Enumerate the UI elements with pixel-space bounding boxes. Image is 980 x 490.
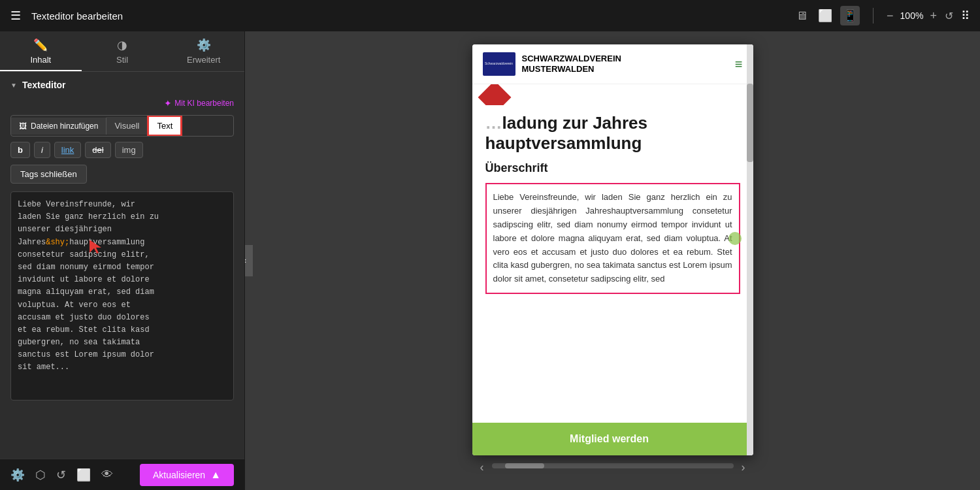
zoom-in-button[interactable]: +	[930, 9, 937, 23]
preview-nav-left[interactable]: ‹	[475, 458, 489, 477]
preview-scrollbar[interactable]	[747, 44, 753, 455]
preview-nav: ‹ ›	[472, 458, 753, 477]
site-logo-badge: Schwarzwaldverein	[483, 52, 515, 76]
site-content: …ladung zur Jahres­hauptversammlung Über…	[472, 105, 753, 307]
tab-bar: ✏️ Inhalt ◑ Stil ⚙️ Erweitert	[0, 31, 244, 72]
editor-toolbar: 🖼 Dateien hinzufügen Visuell Text	[10, 115, 234, 137]
right-preview: ‹ Schwarzwaldverein SCHWARZWALDVEREIN MU…	[245, 31, 980, 490]
update-button[interactable]: Aktualisieren ▲	[140, 464, 234, 486]
files-button[interactable]: 🖼 Dateien hinzufügen	[11, 118, 106, 135]
diamond-shape	[478, 84, 511, 105]
chevron-up-icon: ▲	[210, 469, 221, 481]
mobile-icon[interactable]: 📱	[840, 6, 860, 25]
tags-close-button[interactable]: Tags schließen	[10, 165, 87, 184]
files-icon: 🖼	[19, 122, 27, 131]
separator	[873, 8, 874, 24]
format-buttons: b i link del img	[10, 142, 234, 158]
tab-erweitert[interactable]: ⚙️ Erweitert	[163, 31, 244, 71]
responsive-icon[interactable]: ⬜	[76, 468, 91, 482]
site-main-heading: …ladung zur Jahres­hauptversammlung	[485, 113, 740, 154]
cta-button[interactable]: Mitglied werden	[472, 423, 747, 455]
zoom-controls: − 100% +	[887, 9, 937, 23]
site-body-text: Liebe Vereinsfreunde, wir laden Sie ganz…	[493, 192, 732, 284]
site-title: SCHWARZWALDVEREIN MUSTERWALDEN	[522, 54, 621, 74]
hamburger-icon[interactable]: ☰	[10, 8, 21, 23]
green-dot-indicator	[728, 232, 742, 245]
topbar-title: Texteditor bearbeiten	[31, 10, 123, 22]
zoom-value: 100%	[898, 10, 924, 21]
site-name-line2: MUSTERWALDEN	[522, 64, 621, 74]
preview-nav-scrollbar[interactable]	[492, 463, 734, 468]
settings-icon[interactable]: ⚙️	[10, 468, 25, 482]
del-button[interactable]: del	[85, 142, 110, 158]
eye-icon[interactable]: 👁	[101, 468, 113, 482]
site-subheading: Überschrift	[485, 161, 740, 175]
main: ✏️ Inhalt ◑ Stil ⚙️ Erweitert ▼ Textedit…	[0, 31, 980, 490]
site-header: Schwarzwaldverein SCHWARZWALDVEREIN MUST…	[472, 44, 753, 84]
files-label: Dateien hinzufügen	[31, 122, 98, 131]
zoom-out-button[interactable]: −	[887, 9, 894, 23]
gear-icon: ⚙️	[197, 38, 211, 52]
site-menu-icon[interactable]: ≡	[735, 57, 743, 72]
preview-nav-scrollbar-thumb	[505, 463, 544, 468]
tab-inhalt[interactable]: ✏️ Inhalt	[0, 31, 82, 71]
style-icon: ◑	[117, 38, 127, 52]
diamond-row	[472, 84, 753, 105]
tab-stil-label: Stil	[116, 55, 128, 65]
preview-scrollbar-thumb	[747, 84, 753, 162]
tags-close-label: Tags schließen	[20, 169, 77, 179]
logo-text: Schwarzwaldverein	[485, 62, 513, 66]
editor-text: Liebe Vereinsfreunde, wir laden Sie ganz…	[18, 199, 227, 374]
tab-erweitert-label: Erweitert	[187, 55, 220, 65]
section-header: ▼ Texteditor	[10, 80, 234, 90]
desktop-icon[interactable]: 🖥	[793, 7, 810, 25]
bold-button[interactable]: b	[10, 142, 30, 158]
preview-container: Schwarzwaldverein SCHWARZWALDVEREIN MUST…	[472, 44, 753, 455]
cta-label: Mitglied werden	[570, 433, 649, 444]
link-button[interactable]: link	[54, 142, 82, 158]
preview-nav-right[interactable]: ›	[736, 458, 751, 477]
text-editor-area[interactable]: Liebe Vereinsfreunde, wir laden Sie ganz…	[10, 191, 234, 400]
text-label: Text	[157, 121, 172, 131]
edit-icon: ✏️	[33, 38, 48, 52]
ai-edit-label: Mit KI bearbeiten	[174, 99, 234, 108]
layers-icon[interactable]: ⬡	[35, 468, 46, 482]
site-logo-area: Schwarzwaldverein SCHWARZWALDVEREIN MUST…	[483, 52, 621, 76]
history-icon[interactable]: ↺	[56, 468, 66, 482]
section-title: Texteditor	[22, 80, 66, 90]
tab-stil[interactable]: ◑ Stil	[82, 31, 163, 71]
section-arrow-icon[interactable]: ▼	[10, 82, 17, 89]
visual-label: Visuell	[114, 121, 139, 131]
tablet-icon[interactable]: ⬜	[815, 6, 835, 25]
grid-icon[interactable]: ⠿	[961, 8, 970, 23]
ai-star-icon: ✦	[164, 98, 172, 108]
topbar-right: 🖥 ⬜ 📱 − 100% + ↺ ⠿	[793, 6, 970, 25]
bottom-bar: ⚙️ ⬡ ↺ ⬜ 👁 Aktualisieren ▲	[0, 459, 244, 490]
topbar-left: ☰ Texteditor bearbeiten	[10, 8, 793, 23]
left-panel: ✏️ Inhalt ◑ Stil ⚙️ Erweitert ▼ Textedit…	[0, 31, 245, 490]
site-name-line1: SCHWARZWALDVEREIN	[522, 54, 621, 64]
device-icons: 🖥 ⬜ 📱	[793, 6, 860, 25]
visual-button[interactable]: Visuell	[106, 117, 148, 135]
img-button[interactable]: img	[115, 142, 143, 158]
italic-button[interactable]: i	[34, 142, 50, 158]
text-button[interactable]: Text	[147, 115, 182, 137]
collapse-arrow[interactable]: ‹	[245, 245, 253, 276]
undo-button[interactable]: ↺	[945, 10, 953, 22]
update-label: Aktualisieren	[153, 470, 205, 480]
panel-content: ▼ Texteditor ✦ Mit KI bearbeiten 🖼 Datei…	[0, 72, 244, 459]
tab-inhalt-label: Inhalt	[30, 55, 51, 65]
ai-edit-link[interactable]: ✦ Mit KI bearbeiten	[10, 98, 234, 108]
site-text-block: Liebe Vereinsfreunde, wir laden Sie ganz…	[485, 183, 740, 294]
topbar: ☰ Texteditor bearbeiten 🖥 ⬜ 📱 − 100% + ↺…	[0, 0, 980, 31]
